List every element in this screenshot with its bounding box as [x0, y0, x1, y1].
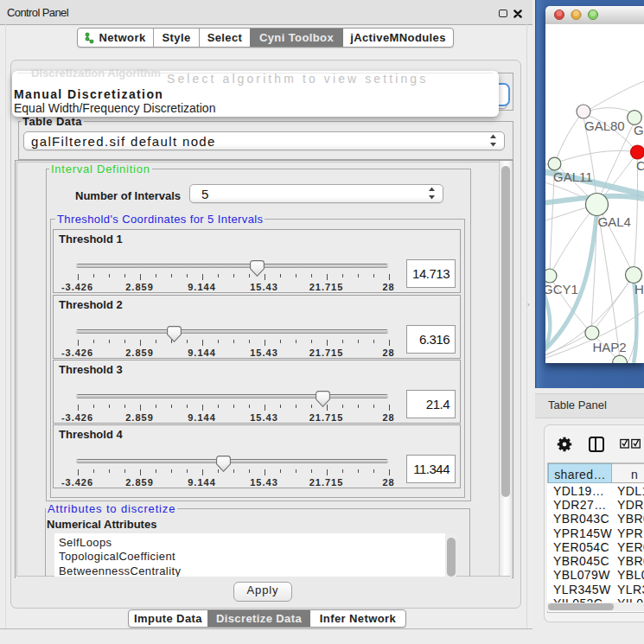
- svg-text:GCY1: GCY1: [545, 282, 578, 296]
- svg-text:GAL80: GAL80: [584, 118, 625, 133]
- svg-text:GAL4: GAL4: [598, 214, 631, 229]
- svg-text:GAL11: GAL11: [553, 169, 593, 184]
- svg-text:H: H: [634, 282, 644, 296]
- svg-text:CO: CO: [636, 158, 644, 173]
- svg-text:HAP2: HAP2: [592, 340, 626, 354]
- svg-text:GA: GA: [634, 123, 644, 137]
